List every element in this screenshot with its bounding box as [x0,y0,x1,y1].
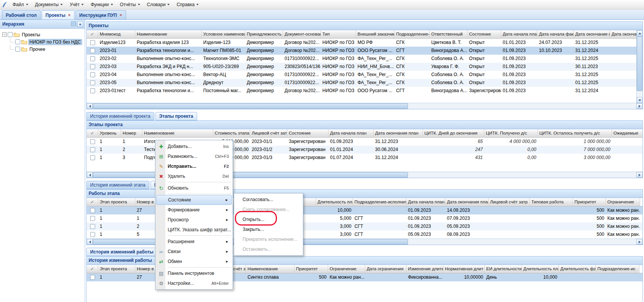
row-checkbox[interactable] [90,139,95,144]
scrollbar-thumb[interactable] [93,172,408,178]
column-header[interactable]: ЕИ длительности [485,265,522,273]
column-header[interactable]: Подразделение-исполнитель. [353,198,406,206]
menubar-item[interactable]: Справка [173,1,202,8]
column-header[interactable]: Дата начала план. [406,198,445,206]
column-header[interactable]: Дата начала план. [501,30,537,38]
column-header[interactable]: ЦИТК. Дней до окончания [423,129,484,137]
row-checkbox[interactable] [90,232,95,237]
app-tab[interactable]: Инструкции ПУП× [76,10,126,19]
menu-item[interactable]: ✖УдалитьDel [156,171,232,181]
column-header[interactable]: Наименование [142,129,213,137]
tab[interactable]: История изменений проекта [86,112,154,120]
scrollbar-thumb[interactable] [637,36,642,91]
menu-item[interactable]: ✚Добавить...Ins [156,141,232,151]
select-all-header[interactable]: ✓ [87,129,98,137]
select-all-header[interactable]: ✓ [87,265,98,273]
column-header[interactable]: Уровень [98,129,121,137]
scroll-right-button[interactable] [636,103,642,109]
tab[interactable]: История изменений работы [86,248,157,256]
menu-item[interactable]: Расширения► [156,237,232,247]
menu-item[interactable]: Состояние► [156,195,232,205]
row-checkbox[interactable] [90,80,95,85]
menu-item[interactable]: Формирование► [156,205,232,215]
tab[interactable]: Этапы проекта [155,112,197,120]
expander-icon[interactable]: − [2,32,6,37]
column-header[interactable]: Изменение длите [406,265,443,273]
column-header[interactable]: Мнемокод [98,30,135,38]
column-header[interactable]: Ответственный [430,30,468,38]
column-header[interactable]: Приоритет [294,265,328,273]
menu-item[interactable]: ✎Исправить...F2 [156,161,232,171]
table-row[interactable]: 2023-01тестРазработка технологии и...Пос… [87,87,642,95]
column-header[interactable]: Состояние [287,129,328,137]
column-header[interactable]: Номер [121,129,142,137]
column-header[interactable]: Дата окончания план [374,129,423,137]
scrollbar-track[interactable] [93,103,636,109]
app-tab[interactable]: Рабочий стол [2,10,40,19]
menubar-item[interactable]: Файл [9,1,32,8]
column-header[interactable]: Стоимость этапа [213,129,250,137]
menu-item[interactable]: ↻ОбновитьF5 [156,183,232,193]
tree-item-label[interactable]: Проекты [21,32,41,38]
app-tab[interactable]: Проекты× [42,10,74,19]
tab-close-icon[interactable]: × [68,13,70,17]
column-header[interactable]: Состояние [468,30,501,38]
tree-checkbox[interactable] [15,47,20,52]
scroll-up-button[interactable] [637,30,642,36]
column-header[interactable]: Дата окончания пл [574,30,610,38]
column-header[interactable]: Принадлежность [245,30,283,38]
column-header[interactable]: Ограничение [606,198,640,206]
row-checkbox[interactable] [90,40,95,45]
row-checkbox[interactable] [90,275,95,280]
panel-tool-icon[interactable] [71,21,76,27]
column-header[interactable]: Дата окончания план [445,198,489,206]
column-header[interactable]: Тип [321,30,356,38]
column-header[interactable]: Дата ограничения [365,265,406,273]
column-header[interactable]: ЦИТК. Получено д/с [484,129,538,137]
table-row[interactable]: Изделие123Разработка изделия 123Изделие-… [87,39,642,47]
tree-checkbox[interactable] [8,32,13,37]
row-checkbox[interactable] [90,56,95,61]
tree-item-label[interactable]: НИОКР по ГОЗ без НДС [28,39,82,45]
tab[interactable]: История изменений этапа [86,181,149,189]
tree-item-label[interactable]: Прочее [28,46,46,52]
column-header[interactable]: Длительность пла [522,265,559,273]
tree-checkbox[interactable] [15,39,20,44]
scroll-left-button[interactable] [87,239,93,245]
column-header[interactable]: Длительность план [316,198,353,206]
column-header[interactable]: Типовая работа [530,198,573,206]
column-header[interactable]: Документ-основан [283,30,321,38]
menu-item[interactable]: Открыть... [235,214,302,224]
scrollbar-thumb[interactable] [93,103,408,109]
column-header[interactable]: Приоритет [573,198,606,206]
menubar-item[interactable]: Отчёты [117,1,144,8]
scrollbar-track[interactable] [637,36,642,97]
table-row[interactable]: 2023-04Выполнение опытно-конс...Вектор-А… [87,71,642,79]
column-header[interactable]: Дата начала факт. [537,30,574,38]
menubar-item[interactable]: Учёт [66,1,87,8]
table-row[interactable]: 2023-05Выполнение опытно-конс...Дредноут… [87,79,642,87]
column-header[interactable]: Наименование [246,265,294,273]
column-header[interactable]: Подразделение-от [395,30,430,38]
select-all-header[interactable]: ✓ [87,30,98,38]
horizontal-scrollbar[interactable] [87,103,642,109]
row-checkbox[interactable] [90,147,95,152]
column-header[interactable]: Условное наименова [202,30,245,38]
menu-item[interactable]: Просмотр► [156,215,232,225]
select-all-header[interactable]: ✓ [87,198,98,206]
row-checkbox[interactable] [90,88,95,93]
column-header[interactable]: Ожидаемые [612,129,643,137]
table-row[interactable]: 2023-03Разработка ЭКД и РКД н...905-U020… [87,63,642,71]
column-header[interactable]: Внешний заказчик [356,30,395,38]
scroll-left-button[interactable] [87,103,93,109]
column-header[interactable]: Наименование [135,30,202,38]
column-header[interactable]: Нормативная длит [443,265,485,273]
menubar-item[interactable]: Словари [144,1,173,8]
row-checkbox[interactable] [90,216,95,221]
row-checkbox[interactable] [90,48,95,53]
scroll-down-button[interactable] [637,97,642,103]
row-checkbox[interactable] [90,224,95,229]
table-row[interactable]: 2023-02Выполнение опытно-конс...Технолог… [87,55,642,63]
tab-close-icon[interactable]: × [120,13,122,17]
menu-item[interactable]: ЦИТК. Указать шифр затрат... [156,225,232,235]
